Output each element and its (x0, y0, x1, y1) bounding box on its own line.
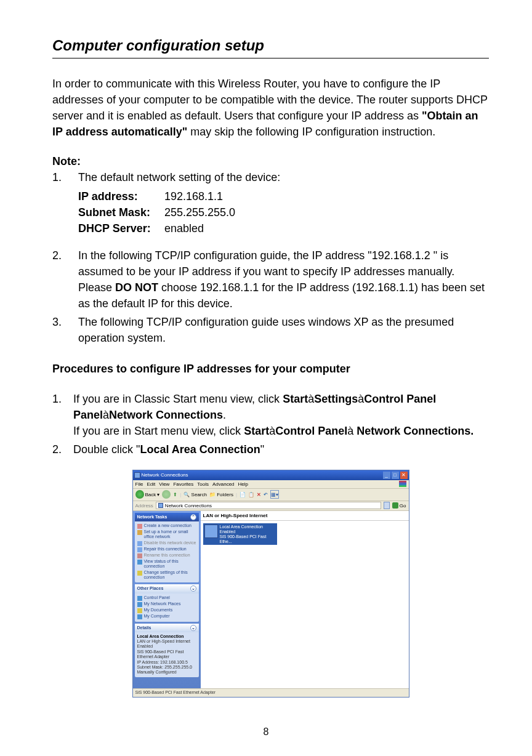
arrow-icon: à (103, 409, 109, 421)
forward-icon[interactable] (162, 490, 171, 499)
go-button[interactable]: Go (392, 502, 406, 510)
proc1-nc: Network Connections (109, 409, 223, 421)
undo-icon[interactable]: ↶ (264, 491, 268, 499)
task-label: Disable this network device (144, 541, 196, 545)
note-1-kv: IP address:192.168.1.1 Subnet Mask:255.2… (78, 188, 489, 236)
lan-line-2: Enabled (220, 529, 276, 534)
kv-key: DHCP Server: (78, 220, 164, 236)
task-icon (137, 553, 142, 558)
note-list: 1. The default network setting of the de… (52, 169, 489, 346)
panel-title: Other Places (137, 585, 164, 592)
task-item[interactable]: Set up a home or small office network (137, 529, 196, 540)
note-item-3: 3. The following TCP/IP configuration gu… (52, 314, 489, 346)
arrow-icon: à (269, 425, 275, 437)
task-icon (137, 560, 142, 565)
arrow-icon: à (308, 393, 314, 405)
proc1-cp2: Control Panel (275, 425, 347, 437)
proc1-start: Start (283, 393, 308, 405)
kv-val: 192.168.1.1 (164, 188, 223, 204)
search-button[interactable]: 🔍 Search (183, 491, 207, 499)
other-places-panel: Other Places⌄ Control PanelMy Network Pl… (135, 584, 199, 621)
proc1-a1: If you are in Classic Start menu view, c… (73, 393, 283, 405)
address-field[interactable]: Network Connections (156, 502, 381, 509)
address-value: Network Connections (165, 502, 212, 510)
search-label: Search (191, 492, 207, 497)
maximize-icon[interactable]: □ (392, 472, 399, 479)
menu-favorites[interactable]: Favorites (173, 481, 193, 488)
task-item[interactable]: Repair this connection (137, 547, 196, 552)
back-button[interactable]: Back ▾ (135, 490, 160, 499)
menubar: File Edit View Favorites Tools Advanced … (133, 480, 409, 489)
period: . (223, 409, 226, 421)
details-line: SiS 900-Based PCI Fast Ethernet Adapter (137, 649, 196, 660)
note-item-1: 1. The default network setting of the de… (52, 169, 489, 185)
page-number: 8 (0, 726, 532, 738)
menu-edit[interactable]: Edit (147, 481, 155, 488)
windows-flag-icon (399, 481, 406, 487)
window-title: Network Connections (142, 472, 188, 479)
copy-icon[interactable]: 📋 (248, 491, 254, 499)
task-icon (137, 524, 142, 529)
views-icon[interactable]: ▦▾ (270, 490, 279, 499)
note-item-2: 2. In the following TCP/IP configuration… (52, 247, 489, 312)
go-label: Go (400, 502, 406, 510)
close-icon[interactable]: ✕ (400, 472, 408, 479)
address-icon (158, 503, 163, 508)
place-label: My Network Places (144, 601, 181, 606)
intro-paragraph: In order to communicate with this Wirele… (52, 76, 489, 140)
collapse-icon[interactable]: ⌃ (190, 514, 196, 520)
local-area-connection-item[interactable]: Local Area Connection Enabled SiS 900-Ba… (203, 523, 277, 545)
note-3-text: The following TCP/IP configuration guide… (78, 314, 489, 346)
task-item[interactable]: Create a new connection (137, 523, 196, 529)
task-item[interactable]: View status of this connection (137, 559, 196, 569)
proc1-start2: Start (244, 425, 269, 437)
window-titlebar: Network Connections _ □ ✕ (133, 470, 409, 480)
address-dropdown-icon[interactable] (384, 502, 390, 509)
folders-button[interactable]: 📁 Folders (209, 491, 233, 499)
collapse-icon[interactable]: ⌄ (190, 625, 196, 631)
task-icon (137, 541, 142, 546)
panel-title: Details (137, 625, 151, 631)
task-label: Rename this connection (144, 553, 190, 558)
menu-tools[interactable]: Tools (197, 481, 209, 488)
place-item[interactable]: My Documents (137, 608, 196, 613)
list-number: 2. (52, 247, 78, 312)
task-icon (137, 571, 142, 576)
lan-line-3: SiS 900-Based PCI Fast Ethe... (220, 534, 276, 544)
move-icon[interactable]: 📄 (240, 491, 246, 499)
arrow-icon: à (347, 425, 353, 437)
place-icon (137, 602, 142, 607)
sidebar: Network Tasks⌃ Create a new connectionSe… (133, 511, 201, 688)
place-item[interactable]: Control Panel (137, 595, 196, 601)
delete-icon[interactable]: ✕ (257, 491, 261, 499)
proc2-t2: " (260, 443, 264, 456)
back-label: Back (145, 491, 156, 499)
note-1-text: The default network setting of the devic… (78, 169, 280, 185)
procedure-1: 1. If you are in Classic Start menu view… (52, 391, 489, 439)
details-line: Enabled (137, 644, 196, 649)
folders-label: Folders (217, 492, 233, 497)
menu-file[interactable]: File (135, 481, 143, 488)
lan-line-1: Local Area Connection (220, 525, 276, 529)
menu-view[interactable]: View (159, 481, 169, 488)
menu-help[interactable]: Help (238, 481, 248, 488)
task-item[interactable]: Disable this network device (137, 541, 196, 546)
task-label: Create a new connection (144, 523, 191, 528)
collapse-icon[interactable]: ⌄ (190, 585, 196, 592)
task-item[interactable]: Change settings of this connection (137, 570, 196, 581)
place-item[interactable]: My Computer (137, 614, 196, 619)
kv-val: enabled (164, 220, 204, 236)
back-icon (135, 490, 144, 499)
place-icon (137, 614, 142, 619)
menu-advanced[interactable]: Advanced (212, 481, 235, 488)
minimize-icon[interactable]: _ (383, 472, 390, 479)
details-line: Subnet Mask: 255.255.255.0 (137, 665, 196, 670)
proc1-nc2: Network Connections. (353, 425, 474, 437)
task-label: Repair this connection (144, 547, 187, 552)
task-item[interactable]: Rename this connection (137, 553, 196, 558)
up-icon[interactable]: ⬆ (173, 491, 177, 499)
proc1-panel: Panel (73, 409, 103, 421)
kv-key: IP address: (78, 188, 164, 204)
place-item[interactable]: My Network Places (137, 601, 196, 607)
details-line: Manually Configured (137, 670, 196, 675)
